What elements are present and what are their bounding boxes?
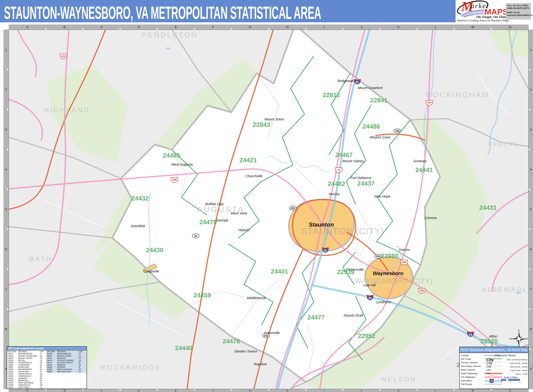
grid-number-bar-left: 123456789 (4, 30, 9, 389)
grid-label-I: I (324, 25, 325, 29)
us-route-shield: 340 (401, 260, 408, 265)
us-route-shield: 11 (335, 168, 342, 173)
town-label: Steeles Tavern (234, 349, 257, 353)
legend-city-range: Cities 50,000 - 99,999 (510, 362, 527, 364)
grid-notch (490, 28, 493, 29)
marketmaps-logo: M arket MAPS On Target. On Time. America… (456, 0, 533, 22)
grid-notch (305, 28, 307, 29)
compass-e: E (527, 337, 528, 340)
zip-index-row: 24476STEELES TAVERNF8 (46, 359, 86, 362)
us-shield-icon: 123 (489, 375, 494, 379)
town-label: West Augusta (171, 163, 193, 166)
svg-text:262: 262 (291, 206, 295, 210)
zip-index-row: 24485WEST AUGUSTAE3 (46, 368, 86, 370)
town-label: Mount Solon (265, 117, 284, 121)
grid-notch (490, 389, 493, 391)
zip-index-cell: FISHERSVILLE (18, 362, 40, 364)
zip-index-cell: J4 (79, 355, 84, 357)
grid-notch (529, 268, 530, 271)
town-label: Buffalo Gap (205, 202, 224, 206)
zip-index-header-row: ZIP CodeZIP NameLOC (7, 350, 46, 353)
zip-index-cell: MOUNT SIDNEY (57, 355, 79, 357)
zip-index-header-row: ZIP CodeZIP NameLOC (46, 350, 86, 353)
zip-index-cell: 24432 (7, 380, 18, 382)
zip-index-row: 24401STAUNTONI6 (7, 371, 46, 373)
legend-item-interstate: Interstates123 (460, 379, 503, 382)
zip-index-cell: STAUNTON (18, 371, 40, 373)
zip-index-header-cell: ZIP Name (57, 350, 79, 353)
zip-index-header-cell: ZIP Name (18, 350, 40, 353)
svg-text:250: 250 (420, 289, 424, 292)
grid-number-bar-right: 123456789 (528, 30, 533, 389)
legend-city-range: Cities 25,000 - 49,999 (510, 366, 527, 368)
zip-index-cell: 24477 (46, 362, 57, 364)
legend-item-sample-interstate-line: 123 (485, 380, 502, 381)
legend-city-sample: City (486, 372, 490, 375)
map-poster-page: STAUNTON-WAYNESBORO, VA METROPOLITAN STA… (0, 0, 533, 392)
grid-label-4: 4 (5, 168, 7, 171)
scale-tick-label: 0 (501, 381, 502, 383)
zip-index-cell: J3 (79, 371, 84, 373)
town-label: Weyers Cave (369, 135, 390, 139)
zip-code-label: 24479 (199, 219, 217, 226)
grid-label-2: 2 (5, 88, 7, 91)
town-label: Afton (489, 334, 497, 338)
zip-index-row: 24467MOUNT SIDNEYJ4 (46, 355, 86, 357)
county-label: PENDLETON (142, 31, 198, 39)
compass-w: W (510, 337, 512, 340)
grid-notch (379, 28, 381, 29)
town-label: Raphine (254, 362, 267, 366)
zip-index-cell: I8 (79, 362, 84, 364)
grid-label-6: 6 (5, 247, 7, 251)
zip-code-label: 22843 (253, 121, 270, 128)
zip-index-row: 24430CRAIGSVILLEE6 (7, 375, 46, 377)
zip-index-header-cell: LOC (79, 350, 84, 353)
grid-label-E: E (175, 25, 177, 29)
grid-notch (267, 389, 270, 391)
zip-index-cell: 24440 (7, 384, 18, 386)
legend-city-class: CityCities 5,000 - 24,999 (486, 369, 528, 372)
map-canvas: PENDLETONHIGHLANDROCKINGHAMPAGEGREENEBAT… (9, 30, 528, 389)
zip-index-cell: E3 (79, 368, 84, 370)
svg-text:220: 220 (61, 55, 66, 58)
svg-text:252: 252 (264, 334, 268, 337)
svg-text:340: 340 (402, 261, 406, 264)
zip-code-index-panel: ZIP Code Index/Grid Locator ZIP CodeZIP … (7, 346, 87, 389)
grid-label-M: M (472, 389, 474, 392)
grid-notch (529, 348, 530, 350)
zip-code-label: 22980 (381, 252, 398, 259)
legend-item-label: Secondary Streets (461, 365, 481, 368)
zip-code-label: 24485 (163, 152, 180, 159)
zip-index-cell: 24459 (46, 353, 57, 355)
grid-label-9: 9 (530, 367, 532, 371)
svg-text:254: 254 (376, 255, 380, 258)
grid-notch (7, 148, 9, 151)
zip-index-row: 24479SWOOPEF5 (46, 364, 86, 366)
zip-index-header-cell: ZIP Code (7, 350, 18, 353)
scale-bar-graphic (501, 379, 520, 381)
town-label: Verona (329, 192, 340, 196)
grid-label-F: F (212, 25, 214, 29)
zip-index-row: 24486WEYERS CAVEJ3 (46, 371, 86, 373)
grid-notch (305, 389, 307, 391)
zip-index-cell: 24430 (7, 375, 18, 377)
grid-label-A: A (27, 389, 28, 392)
zip-code-label: 22920 (480, 338, 498, 345)
us-route-shield: 250 (171, 177, 178, 182)
legend-city-class: CityCities 50,000 - 99,999 (486, 361, 528, 365)
zip-index-cell: 24441 (7, 386, 18, 388)
zip-index-cell: 22812 (7, 353, 18, 355)
grid-label-J: J (361, 389, 362, 392)
grid-label-6: 6 (530, 247, 532, 251)
zip-code-label: 24477 (307, 314, 325, 321)
scale-tick-label: 2 (519, 381, 520, 383)
legend-city-range: Cities 100,000 and Above (507, 359, 527, 361)
zip-index-cell: GROTTOES (18, 386, 40, 388)
grid-notch (119, 389, 121, 391)
zip-index-cell: I2 (40, 353, 45, 355)
zip-index-cell: D5 (40, 380, 45, 382)
grid-label-3: 3 (530, 128, 532, 131)
zip-index-cell: 24401 (7, 371, 18, 373)
grid-label-C: C (101, 389, 103, 392)
grid-label-B: B (63, 25, 66, 29)
